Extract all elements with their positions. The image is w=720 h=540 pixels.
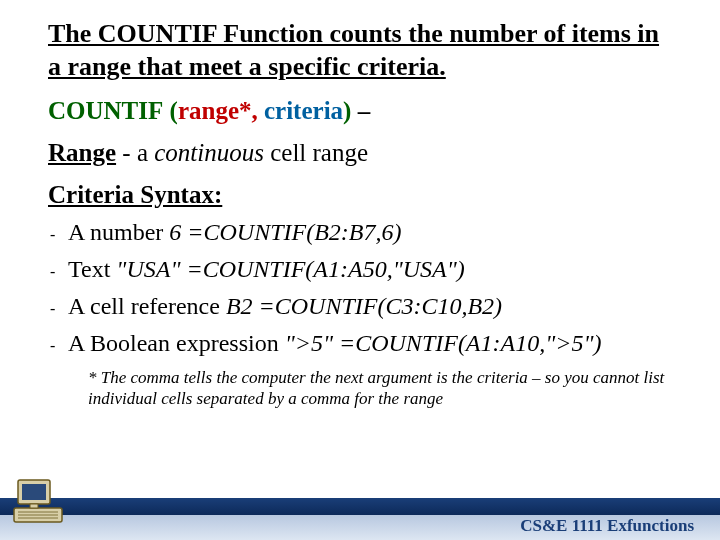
svg-rect-6: [30, 504, 38, 508]
range-sep: - a: [116, 139, 154, 166]
bullet-arg: 6: [169, 219, 181, 245]
criteria-syntax-label: Criteria Syntax:: [48, 181, 678, 209]
syntax-fn: COUNTIF: [48, 97, 163, 124]
countif-syntax: COUNTIF (range*, criteria) –: [48, 97, 678, 125]
bullet-content: A Boolean expression ">5" =COUNTIF(A1:A1…: [68, 330, 678, 357]
slide: The COUNTIF Function counts the number o…: [0, 0, 720, 540]
bullet-arg: B2: [226, 293, 253, 319]
bullet-plain: A Boolean expression: [68, 330, 285, 356]
list-item: - A number 6 =COUNTIF(B2:B7,6): [50, 219, 678, 246]
syntax-comma: ,: [251, 97, 257, 124]
range-definition: Range - a continuous cell range: [48, 139, 678, 167]
bullet-dash: -: [50, 263, 68, 281]
criteria-bullet-list: - A number 6 =COUNTIF(B2:B7,6) - Text "U…: [48, 219, 678, 357]
bullet-dash: -: [50, 226, 68, 244]
footer-text: CS&E 1111 Exfunctions: [520, 516, 694, 536]
syntax-tail: –: [351, 97, 370, 124]
bullet-formula: =COUNTIF(A1:A50,"USA"): [180, 256, 464, 282]
bullet-plain: Text: [68, 256, 116, 282]
computer-icon: [12, 478, 64, 526]
bullet-formula: =COUNTIF(C3:C10,B2): [253, 293, 503, 319]
bullet-formula: =COUNTIF(B2:B7,6): [181, 219, 401, 245]
range-label: Range: [48, 139, 116, 166]
bullet-dash: -: [50, 300, 68, 318]
range-rest: cell range: [264, 139, 368, 166]
syntax-range: range*: [178, 97, 252, 124]
bullet-arg: ">5": [285, 330, 333, 356]
svg-rect-1: [22, 484, 46, 500]
syntax-criteria: criteria: [264, 97, 343, 124]
bullet-arg: "USA": [116, 256, 180, 282]
bullet-content: A cell reference B2 =COUNTIF(C3:C10,B2): [68, 293, 678, 320]
bullet-content: Text "USA" =COUNTIF(A1:A50,"USA"): [68, 256, 678, 283]
slide-title: The COUNTIF Function counts the number o…: [48, 18, 678, 83]
footnote: * The comma tells the computer the next …: [88, 367, 678, 410]
bullet-content: A number 6 =COUNTIF(B2:B7,6): [68, 219, 678, 246]
syntax-open: (: [170, 97, 178, 124]
bullet-plain: A number: [68, 219, 169, 245]
bullet-dash: -: [50, 337, 68, 355]
bullet-formula: =COUNTIF(A1:A10,">5"): [333, 330, 602, 356]
list-item: - Text "USA" =COUNTIF(A1:A50,"USA"): [50, 256, 678, 283]
range-continuous: continuous: [154, 139, 264, 166]
list-item: - A Boolean expression ">5" =COUNTIF(A1:…: [50, 330, 678, 357]
bullet-plain: A cell reference: [68, 293, 226, 319]
list-item: - A cell reference B2 =COUNTIF(C3:C10,B2…: [50, 293, 678, 320]
